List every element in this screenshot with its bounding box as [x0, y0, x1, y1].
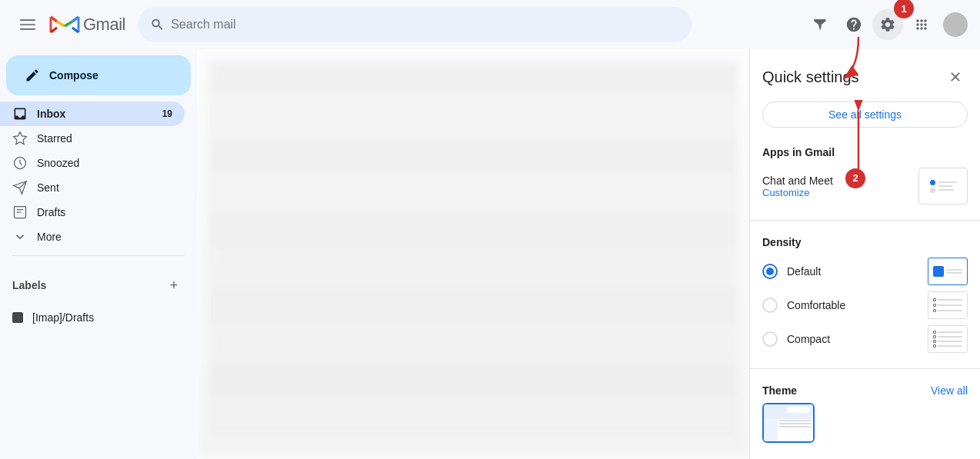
help-button[interactable]	[838, 9, 869, 40]
density-default-label: Default	[787, 265, 918, 278]
qs-title: Quick settings	[762, 68, 859, 86]
star-icon	[12, 131, 28, 146]
inbox-icon	[12, 106, 28, 121]
density-comfortable-label: Comfortable	[787, 299, 918, 311]
label-item-imap-drafts[interactable]: [Imap]/Drafts	[0, 305, 185, 330]
labels-title: Labels	[12, 279, 46, 291]
radio-default	[762, 264, 778, 279]
sidebar: Compose Inbox 19 Starred Snoozed	[0, 49, 197, 459]
density-compact[interactable]: Compact	[762, 325, 968, 353]
chat-meet-row: Chat and Meet Customize 2	[762, 168, 968, 205]
more-label: More	[37, 231, 62, 243]
density-comfortable-preview	[928, 291, 968, 319]
density-compact-preview	[928, 325, 968, 353]
apps-button[interactable]	[906, 9, 937, 40]
svg-rect-2	[20, 28, 35, 30]
apps-icon	[914, 17, 929, 32]
filter-button[interactable]	[805, 9, 835, 40]
label-dot	[12, 312, 23, 323]
close-icon	[948, 69, 963, 85]
radio-compact	[762, 331, 778, 347]
filter-icon	[812, 17, 828, 32]
inbox-label: Inbox	[37, 108, 65, 120]
email-blur	[197, 49, 749, 459]
apps-in-gmail-section: Apps in Gmail Chat and Meet Customize 2	[750, 134, 980, 217]
density-comfortable[interactable]: Comfortable	[762, 291, 968, 319]
starred-label: Starred	[37, 132, 72, 145]
apps-section-title: Apps in Gmail	[762, 146, 968, 158]
sidebar-item-inbox[interactable]: Inbox 19	[0, 101, 185, 126]
inbox-badge: 19	[162, 108, 172, 119]
sidebar-item-sent[interactable]: Sent	[0, 175, 185, 200]
sent-icon	[12, 180, 28, 195]
topbar-right: 1	[805, 9, 968, 40]
sent-label: Sent	[37, 181, 59, 194]
see-all-settings-button[interactable]: See all settings	[762, 101, 968, 128]
drafts-icon	[12, 205, 28, 220]
sidebar-item-drafts[interactable]: Drafts	[0, 200, 185, 225]
snoozed-label: Snoozed	[37, 157, 79, 169]
svg-rect-0	[20, 19, 35, 21]
avatar[interactable]	[943, 12, 968, 37]
view-all-themes-link[interactable]: View all	[931, 384, 968, 397]
settings-icon	[879, 16, 896, 33]
sidebar-divider	[12, 255, 185, 256]
theme-header: Theme View all	[762, 384, 968, 397]
snoozed-icon	[12, 155, 28, 171]
more-icon	[12, 229, 28, 244]
add-label-button[interactable]: +	[163, 274, 185, 296]
help-icon	[845, 16, 862, 33]
labels-header: Labels +	[12, 274, 185, 296]
compose-button[interactable]: Compose	[6, 55, 191, 95]
qs-header: Quick settings	[750, 49, 980, 95]
drafts-label: Drafts	[37, 206, 65, 218]
customize-link[interactable]: Customize	[762, 187, 833, 198]
app-title: Gmail	[83, 15, 125, 35]
svg-rect-1	[20, 24, 35, 25]
density-compact-label: Compact	[787, 333, 918, 345]
chat-meet-label-group: Chat and Meet Customize 2	[762, 175, 833, 198]
sidebar-item-snoozed[interactable]: Snoozed	[0, 151, 185, 175]
search-icon	[150, 17, 165, 32]
label-imap-drafts: [Imap]/Drafts	[32, 311, 94, 324]
settings-button[interactable]: 1	[872, 9, 903, 40]
density-section: Density Default	[750, 224, 980, 365]
divider-1	[750, 220, 980, 221]
quick-settings-panel: Quick settings See all settings Apps in …	[749, 49, 980, 459]
density-default[interactable]: Default	[762, 258, 968, 285]
density-title: Density	[762, 236, 968, 248]
theme-title: Theme	[762, 384, 797, 397]
search-input[interactable]	[171, 18, 679, 32]
radio-comfortable	[762, 298, 778, 313]
chat-meet-label: Chat and Meet	[762, 175, 833, 187]
compose-label: Compose	[49, 69, 98, 81]
sidebar-item-more[interactable]: More	[0, 225, 185, 249]
theme-inner: M Gmail	[764, 404, 813, 441]
qs-close-button[interactable]	[943, 65, 968, 89]
divider-2	[750, 368, 980, 369]
sidebar-item-starred[interactable]: Starred	[0, 126, 185, 151]
compose-icon	[25, 68, 40, 83]
theme-preview-default[interactable]: M Gmail	[762, 403, 815, 443]
chat-meet-preview	[918, 168, 968, 205]
menu-button[interactable]	[12, 9, 43, 40]
main-content: Compose Inbox 19 Starred Snoozed	[0, 49, 980, 459]
top-bar: Gmail	[0, 0, 980, 49]
radio-inner-default	[766, 268, 774, 275]
search-bar[interactable]	[138, 7, 692, 42]
theme-section: Theme View all M Gmail	[750, 372, 980, 449]
email-area	[197, 49, 749, 459]
step-2-annotation: 2	[845, 168, 865, 188]
labels-section: Labels +	[0, 262, 197, 305]
gmail-logo: Gmail	[49, 14, 125, 35]
density-default-preview	[928, 258, 968, 285]
